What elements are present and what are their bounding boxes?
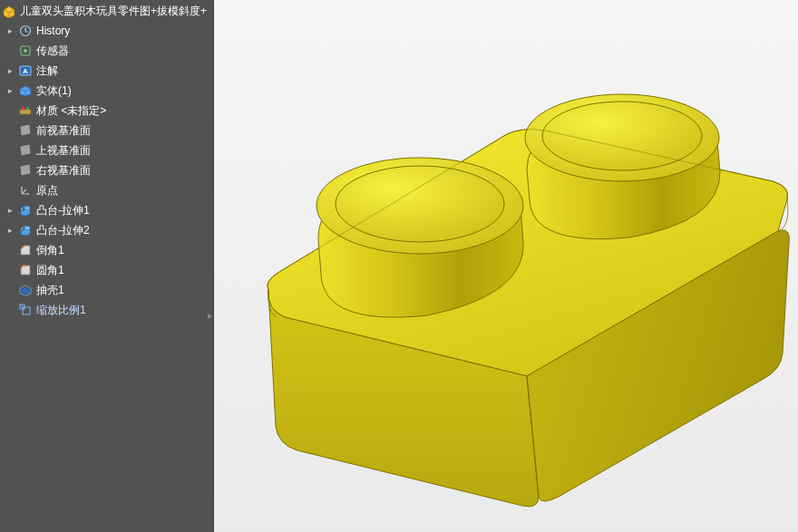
- tree-item-shell[interactable]: 抽壳1: [0, 280, 213, 300]
- expand-icon[interactable]: ▸: [5, 26, 15, 35]
- expand-spacer: [5, 246, 15, 255]
- extrude-icon: [18, 203, 33, 218]
- tree-item-history[interactable]: ▸ History: [0, 21, 213, 41]
- item-label: 上视基准面: [36, 143, 209, 159]
- tree-item-solid[interactable]: ▸ 实体(1): [0, 81, 213, 101]
- tree-item-sensors[interactable]: 传感器: [0, 41, 213, 61]
- tree-item-chamfer[interactable]: 倒角1: [0, 240, 213, 260]
- expand-spacer: [5, 166, 15, 175]
- feature-tree-panel: 儿童双头盖积木玩具零件图+拔模斜度+ ▸ History 传感器: [0, 0, 214, 532]
- expand-icon[interactable]: ▸: [5, 206, 15, 215]
- expand-icon[interactable]: ▸: [5, 66, 15, 75]
- item-label: 原点: [36, 183, 209, 198]
- part-title-text: 儿童双头盖积木玩具零件图+拔模斜度+: [20, 4, 207, 19]
- svg-rect-7: [26, 107, 29, 110]
- expand-spacer: [5, 126, 15, 135]
- solid-body-icon: [18, 83, 33, 98]
- model-3d-view: [214, 0, 798, 532]
- expand-spacer: [5, 46, 15, 55]
- part-title-row[interactable]: 儿童双头盖积木玩具零件图+拔模斜度+: [0, 2, 213, 21]
- item-label: 右视基准面: [36, 163, 209, 179]
- shell-icon: [18, 283, 33, 297]
- graphics-viewport[interactable]: [214, 0, 798, 532]
- item-label: 抽壳1: [36, 283, 209, 298]
- history-icon: [18, 24, 33, 38]
- tree-item-scale[interactable]: 缩放比例1: [0, 300, 213, 320]
- tree-item-extrude-1[interactable]: ▸ 凸台-拉伸1: [0, 200, 213, 220]
- sensor-icon: [18, 44, 33, 58]
- item-label: 缩放比例1: [36, 303, 209, 318]
- tree-item-material[interactable]: 材质 <未指定>: [0, 101, 213, 121]
- svg-text:A: A: [23, 67, 28, 75]
- expand-spacer: [5, 106, 15, 115]
- item-label: 倒角1: [36, 243, 209, 258]
- tree-item-origin[interactable]: 原点: [0, 180, 213, 200]
- svg-rect-5: [20, 110, 31, 114]
- svg-point-13: [336, 166, 504, 242]
- expand-spacer: [5, 305, 15, 314]
- item-label: 传感器: [36, 44, 209, 59]
- tree-item-fillet[interactable]: 圆角1: [0, 260, 213, 280]
- item-label: 材质 <未指定>: [36, 103, 209, 119]
- fillet-icon: [18, 263, 33, 277]
- tree-item-extrude-2[interactable]: ▸ 凸台-拉伸2: [0, 220, 213, 240]
- expand-icon[interactable]: ▸: [5, 226, 15, 235]
- expand-spacer: [5, 186, 15, 195]
- item-label: 实体(1): [36, 83, 209, 99]
- item-label: History: [36, 24, 209, 37]
- item-label: 前视基准面: [36, 123, 209, 139]
- rollback-marker[interactable]: [208, 311, 213, 322]
- item-label: 注解: [36, 63, 209, 79]
- item-label: 凸台-拉伸1: [36, 203, 209, 218]
- scale-icon: [18, 303, 33, 317]
- annotation-icon: A: [18, 63, 33, 78]
- material-icon: [18, 103, 33, 118]
- tree-item-annotation[interactable]: ▸ A 注解: [0, 61, 213, 81]
- origin-icon: [18, 183, 33, 198]
- extrude-icon: [18, 223, 33, 237]
- expand-spacer: [5, 285, 15, 295]
- svg-rect-6: [22, 107, 24, 110]
- item-label: 圆角1: [36, 263, 209, 278]
- expand-spacer: [5, 146, 15, 155]
- plane-icon: [18, 143, 33, 158]
- expand-icon[interactable]: ▸: [5, 86, 15, 95]
- expand-spacer: [5, 266, 15, 275]
- part-icon: [2, 5, 16, 19]
- plane-icon: [18, 163, 33, 178]
- tree-item-plane-top[interactable]: 上视基准面: [0, 140, 213, 160]
- plane-icon: [18, 123, 33, 138]
- item-label: 凸台-拉伸2: [36, 223, 209, 238]
- tree-item-plane-front[interactable]: 前视基准面: [0, 121, 213, 140]
- svg-point-2: [24, 49, 27, 53]
- chamfer-icon: [18, 243, 33, 257]
- tree-item-plane-right[interactable]: 右视基准面: [0, 160, 213, 180]
